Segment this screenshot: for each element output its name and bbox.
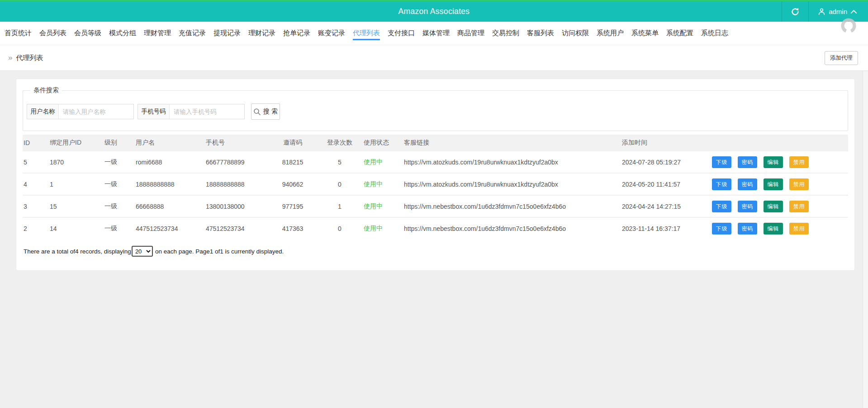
cell-level: 一级	[104, 173, 135, 195]
nav-item-9[interactable]: 抢单记录	[283, 26, 310, 40]
search-legend: 条件搜索	[30, 86, 62, 94]
main-nav: 首页统计会员列表会员等级模式分组理财管理充值记录提现记录理财记录抢单记录账变记录…	[0, 22, 868, 45]
password-button[interactable]: 密码	[738, 178, 757, 190]
content-panel: 条件搜索 用户名称 手机号码 搜 索	[16, 79, 855, 271]
add-agent-button[interactable]: 添加代理	[825, 51, 858, 65]
nav-item-13[interactable]: 媒体管理	[422, 26, 450, 40]
cell-id: 2	[23, 217, 49, 239]
nav-item-2[interactable]: 会员列表	[39, 26, 66, 40]
cell-service-link: https://vm.nebestbox.com/1u6dz3fdmvn7c15…	[403, 195, 621, 217]
cell-invite-code: 818215	[269, 151, 317, 173]
sublevel-button[interactable]: 下级	[712, 201, 731, 212]
disable-button[interactable]: 禁用	[789, 223, 809, 234]
nav-item-17[interactable]: 访问权限	[562, 26, 589, 40]
cell-created-at: 2024-05-20 11:41:57	[621, 173, 705, 195]
password-button[interactable]: 密码	[738, 201, 757, 212]
cell-phone: 18888888888	[205, 173, 269, 195]
breadcrumb-icon: »	[8, 53, 12, 62]
nav-item-15[interactable]: 交易控制	[492, 26, 519, 40]
nav-item-16[interactable]: 客服列表	[527, 26, 554, 40]
cell-bind-user-id: 1870	[49, 151, 104, 173]
cell-bind-user-id: 1	[49, 173, 104, 195]
nav-item-1[interactable]: 首页统计	[5, 26, 32, 40]
cell-phone: 66677788899	[205, 151, 269, 173]
disable-button[interactable]: 禁用	[789, 156, 809, 168]
nav-item-11[interactable]: 代理列表	[353, 26, 380, 40]
breadcrumb: 代理列表	[16, 54, 43, 62]
phone-input[interactable]	[170, 104, 244, 119]
cell-username: 66668888	[135, 195, 205, 217]
nav-item-19[interactable]: 系统菜单	[631, 26, 659, 40]
search-fieldset: 条件搜索 用户名称 手机号码 搜 索	[23, 86, 848, 131]
status-badge: 使用中	[364, 225, 383, 232]
column-header-3: 级别	[104, 135, 135, 151]
sublevel-button[interactable]: 下级	[712, 156, 731, 168]
nav-item-4[interactable]: 模式分组	[109, 26, 136, 40]
edit-button[interactable]: 编辑	[764, 156, 783, 168]
cell-service-link: https://vm.atozkuds.com/19ru8urwknuax1kd…	[403, 151, 621, 173]
nav-item-6[interactable]: 充值记录	[179, 26, 206, 40]
column-header-8: 使用状态	[363, 135, 403, 151]
decorative-ring	[840, 17, 857, 34]
column-header-2: 绑定用户ID	[49, 135, 104, 151]
nav-item-3[interactable]: 会员等级	[74, 26, 101, 40]
cell-actions: 下级密码编辑禁用	[705, 151, 848, 173]
cell-status: 使用中	[363, 151, 403, 173]
table-row: 41一级18888888888188888888889406620使用中http…	[23, 173, 848, 195]
admin-username: admin	[829, 8, 847, 15]
pagination: There are a total of4 records, displayin…	[23, 246, 848, 257]
nav-item-10[interactable]: 账变记录	[318, 26, 345, 40]
phone-label: 手机号码	[138, 104, 170, 119]
cell-bind-user-id: 15	[49, 195, 104, 217]
table-row: 214一级447512523734475125237344173630使用中ht…	[23, 217, 848, 239]
sublevel-button[interactable]: 下级	[712, 178, 731, 190]
edit-button[interactable]: 编辑	[764, 201, 783, 212]
status-badge: 使用中	[364, 180, 383, 188]
scrollbar-track[interactable]	[863, 71, 868, 408]
username-input[interactable]	[59, 104, 133, 119]
cell-id: 4	[23, 173, 49, 195]
column-header-10: 添加时间	[621, 135, 705, 151]
username-label: 用户名称	[27, 104, 59, 119]
search-button[interactable]: 搜 索	[251, 103, 280, 120]
edit-button[interactable]: 编辑	[764, 178, 783, 190]
topbar: Amazon Associates admin	[0, 0, 868, 22]
cell-login-count: 0	[317, 217, 363, 239]
cell-level: 一级	[104, 195, 135, 217]
nav-item-12[interactable]: 支付接口	[388, 26, 415, 40]
nav-item-14[interactable]: 商品管理	[457, 26, 484, 40]
password-button[interactable]: 密码	[738, 156, 757, 168]
cell-level: 一级	[104, 217, 135, 239]
page-size-select[interactable]: 20	[132, 246, 153, 257]
nav-item-7[interactable]: 提现记录	[213, 26, 241, 40]
column-header-11	[705, 135, 848, 151]
nav-item-5[interactable]: 理财管理	[144, 26, 171, 40]
cell-id: 5	[23, 151, 49, 173]
disable-button[interactable]: 禁用	[789, 201, 809, 212]
app-title: Amazon Associates	[0, 7, 868, 16]
table-row: 315一级66668888138001380009771951使用中https:…	[23, 195, 848, 217]
status-badge: 使用中	[364, 202, 383, 210]
sublevel-button[interactable]: 下级	[712, 223, 731, 234]
column-header-4: 用户名	[135, 135, 205, 151]
table-body: 51870一级romi6688666777888998182155使用中http…	[23, 151, 848, 239]
cell-status: 使用中	[363, 195, 403, 217]
column-header-9: 客服链接	[403, 135, 621, 151]
chevron-up-icon	[850, 9, 857, 14]
nav-item-20[interactable]: 系统配置	[666, 26, 693, 40]
nav-item-21[interactable]: 系统日志	[701, 26, 728, 40]
disable-button[interactable]: 禁用	[789, 178, 809, 190]
username-input-group: 用户名称	[27, 104, 134, 119]
cell-id: 3	[23, 195, 49, 217]
password-button[interactable]: 密码	[738, 223, 757, 234]
column-header-6: 邀请码	[269, 135, 317, 151]
cell-username: 447512523734	[135, 217, 205, 239]
nav-item-18[interactable]: 系统用户	[597, 26, 624, 40]
refresh-button[interactable]	[782, 1, 808, 22]
nav-item-8[interactable]: 理财记录	[248, 26, 275, 40]
pagination-text-after: on each page. Page1 of1 is currently dis…	[155, 248, 284, 255]
edit-button[interactable]: 编辑	[764, 223, 783, 234]
refresh-icon	[791, 7, 800, 16]
user-icon	[818, 8, 825, 15]
cell-actions: 下级密码编辑禁用	[705, 217, 848, 239]
